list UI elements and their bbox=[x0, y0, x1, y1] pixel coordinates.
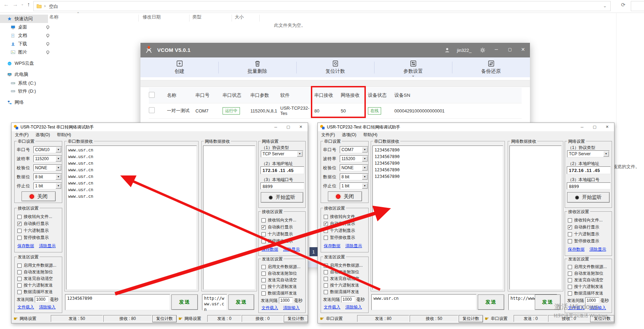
vcom-col-port-status[interactable]: 串口状态 bbox=[223, 92, 250, 99]
sidebar-item-pictures[interactable]: 图片 bbox=[0, 48, 51, 56]
checkbox-icon[interactable] bbox=[568, 272, 572, 276]
combo-arrow-icon[interactable] bbox=[362, 165, 368, 171]
vcom-col-sn[interactable]: 设备SN bbox=[394, 92, 499, 99]
sidebar-item-wps-cloud[interactable]: WPS云盘 bbox=[0, 59, 48, 68]
reset-count-button[interactable]: 复位计数 bbox=[590, 315, 614, 322]
checkbox-loop-send[interactable]: 数据流循环发送 bbox=[324, 289, 359, 295]
combo-arrow-icon[interactable] bbox=[56, 165, 61, 171]
column-header-type[interactable]: 类型 bbox=[192, 14, 201, 23]
checkbox-file-source[interactable]: 启用文件数据源... bbox=[261, 264, 300, 270]
combo-arrow-icon[interactable] bbox=[362, 156, 368, 162]
checkbox-recv-to-file[interactable]: 接收转向文件... bbox=[324, 214, 359, 220]
interval-input[interactable]: 1000 bbox=[35, 296, 49, 303]
protocol-select[interactable]: TCP Server bbox=[261, 150, 303, 157]
checkbox-clear-after-send[interactable]: 发送完自动清空 bbox=[17, 276, 53, 282]
load-file-link[interactable]: 文件载入 bbox=[568, 305, 585, 311]
gear-icon[interactable] bbox=[480, 47, 485, 53]
checkbox-loop-send[interactable]: 数据流循环发送 bbox=[568, 290, 603, 296]
clear-input-link[interactable]: 清除输入 bbox=[39, 304, 56, 310]
checkbox-loop-send[interactable]: 数据流循环发送 bbox=[17, 289, 53, 295]
checkbox-icon[interactable] bbox=[324, 215, 328, 219]
checkbox-auto-append[interactable]: 自动发送附加位 bbox=[261, 271, 297, 276]
checkbox-hex-display[interactable]: 十六进制显示 bbox=[568, 231, 599, 237]
local-ip-input[interactable]: 172.16 .11 .45 bbox=[260, 166, 304, 174]
column-header-date[interactable]: 修改日期 bbox=[143, 14, 161, 23]
checkbox-auto-append[interactable]: 自动发送附加位 bbox=[324, 269, 359, 275]
clear-input-link[interactable]: 清除输入 bbox=[345, 304, 362, 310]
checkbox-recv-to-file[interactable]: 接收转向文件... bbox=[568, 217, 603, 223]
menu-options[interactable]: 选项(O) bbox=[342, 132, 356, 138]
save-data-link[interactable]: 保存数据 bbox=[17, 243, 34, 249]
interval-input[interactable]: 1000 bbox=[279, 297, 293, 304]
checkbox-icon[interactable] bbox=[261, 239, 266, 243]
checkbox-clear-after-send[interactable]: 发送完自动清空 bbox=[568, 277, 603, 283]
row-checkbox[interactable] bbox=[149, 107, 155, 113]
reset-count-button[interactable]: 复位计数 bbox=[459, 315, 483, 322]
checkbox-icon[interactable] bbox=[17, 270, 22, 274]
refresh-icon[interactable]: ⟳ bbox=[621, 2, 626, 8]
sidebar-item-network[interactable]: 网络 bbox=[0, 98, 48, 107]
clear-display-link[interactable]: 清除显示 bbox=[39, 243, 56, 249]
checkbox-icon[interactable] bbox=[568, 232, 572, 236]
vcom-col-port[interactable]: 串口号 bbox=[195, 92, 223, 99]
checkbox-file-source[interactable]: 启用文件数据源... bbox=[17, 263, 56, 268]
vcom-table-row[interactable]: 一对一测试 COM7 运行中 115200,N,8,1 USR-TCP232-T… bbox=[149, 103, 522, 119]
checkbox-hex-send[interactable]: 按十六进制发送 bbox=[17, 282, 53, 288]
sidebar-item-drive-d[interactable]: 软件 (D:) bbox=[0, 87, 51, 95]
checkbox-icon[interactable] bbox=[568, 218, 572, 222]
checkbox-icon[interactable] bbox=[261, 225, 266, 229]
net-send-input[interactable]: http://www.usr.cn bbox=[202, 294, 227, 310]
save-data-link[interactable]: 保存数据 bbox=[568, 246, 585, 252]
combo-arrow-icon[interactable] bbox=[56, 147, 61, 152]
checkbox-hex-display[interactable]: 十六进制显示 bbox=[261, 231, 293, 237]
menu-help[interactable]: 帮助(H) bbox=[363, 132, 378, 138]
column-separator[interactable] bbox=[138, 15, 139, 22]
checkbox-icon[interactable] bbox=[568, 239, 572, 243]
serial-recv-area[interactable]: www.usr.cn www.usr.cn www.usr.cn www.usr… bbox=[66, 146, 197, 290]
serial-send-input[interactable]: www.usr.cn bbox=[371, 294, 476, 310]
network-settings-toggle[interactable]: ☛网络设置 bbox=[12, 316, 50, 322]
column-separator[interactable] bbox=[259, 15, 260, 22]
vcom-col-software[interactable]: 软件 bbox=[280, 92, 314, 99]
serial-recv-area[interactable]: 1234567890 1234567890 1234567890 1234567… bbox=[372, 146, 503, 290]
checkbox-icon[interactable] bbox=[261, 278, 266, 282]
checkbox-icon[interactable] bbox=[17, 215, 22, 219]
forward-icon[interactable]: → bbox=[13, 1, 18, 8]
clear-display-link[interactable]: 清除显示 bbox=[283, 246, 300, 252]
checkbox-icon[interactable] bbox=[568, 285, 572, 289]
local-port-input[interactable]: 8899 bbox=[260, 182, 304, 189]
checkbox-icon[interactable] bbox=[324, 229, 328, 233]
checkbox-icon[interactable] bbox=[261, 272, 266, 276]
checkbox-icon[interactable] bbox=[324, 270, 328, 274]
baud-rate-select[interactable]: 115200 bbox=[340, 155, 368, 162]
vcom-title-bar[interactable]: VCOM V5.0.1 jin322_ ─ ▢ ✕ bbox=[140, 43, 530, 57]
reset-count-button[interactable]: 复位计数 bbox=[284, 315, 308, 322]
checkbox-hex-send[interactable]: 按十六进制发送 bbox=[324, 282, 359, 288]
load-file-link[interactable]: 文件载入 bbox=[324, 304, 340, 310]
parity-select[interactable]: NONE bbox=[340, 164, 368, 171]
checkbox-hex-send[interactable]: 按十六进制发送 bbox=[568, 284, 603, 290]
net-send-button[interactable]: 发送 bbox=[535, 295, 561, 310]
toolbar-batch-delete-button[interactable]: 批量删除 bbox=[218, 57, 296, 77]
address-bar[interactable]: › 空白 ⌄ bbox=[33, 1, 611, 11]
serial-send-button[interactable]: 发送 bbox=[171, 295, 198, 310]
window-title-bar[interactable]: USR-TCP232-Test 串口转网络调试助手 ─ ▢ ✕ bbox=[11, 123, 308, 131]
menu-file[interactable]: 文件(F) bbox=[321, 132, 335, 138]
toolbar-backup-restore-button[interactable]: 备份还原 bbox=[452, 57, 530, 77]
checkbox-auto-wrap[interactable]: 自动换行显示 bbox=[17, 221, 49, 227]
up-icon[interactable]: ↑ bbox=[27, 1, 30, 8]
clear-display-link[interactable]: 清除显示 bbox=[345, 243, 362, 249]
checkbox-icon[interactable] bbox=[17, 236, 22, 240]
checkbox-icon[interactable] bbox=[568, 278, 572, 282]
column-header-name[interactable]: 名称 bbox=[49, 14, 58, 23]
checkbox-file-source[interactable]: 启用文件数据源... bbox=[324, 263, 363, 268]
checkbox-file-source[interactable]: 启用文件数据源... bbox=[568, 264, 607, 270]
checkbox-auto-wrap[interactable]: 自动换行显示 bbox=[261, 224, 293, 230]
combo-arrow-icon[interactable] bbox=[362, 174, 368, 180]
checkbox-clear-after-send[interactable]: 发送完自动清空 bbox=[261, 277, 297, 283]
sidebar-item-this-pc[interactable]: 此电脑 bbox=[0, 70, 48, 79]
checkbox-icon[interactable] bbox=[261, 291, 266, 296]
clear-display-link[interactable]: 清除显示 bbox=[589, 246, 606, 252]
checkbox-icon[interactable] bbox=[324, 264, 328, 268]
checkbox-icon[interactable] bbox=[568, 265, 572, 269]
